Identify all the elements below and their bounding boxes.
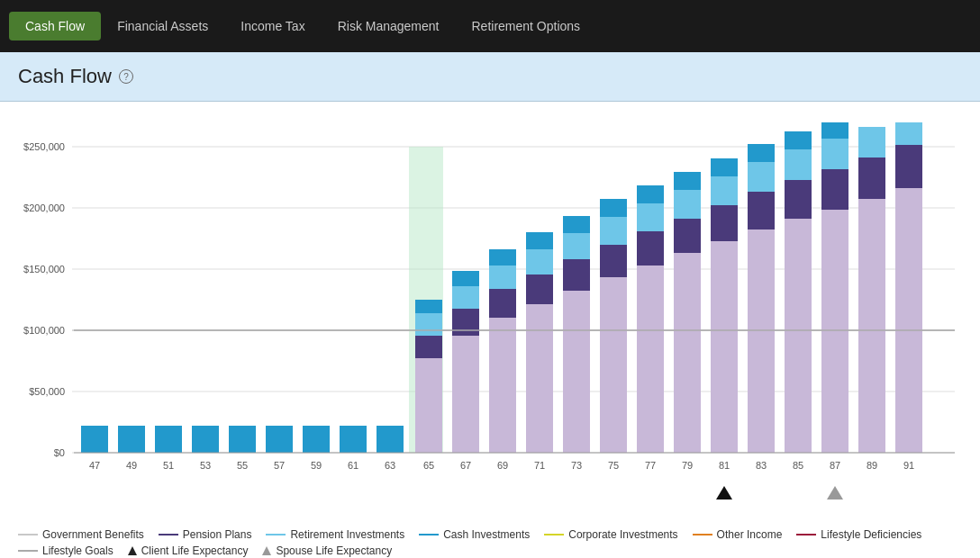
svg-rect-20 [340,426,367,453]
svg-rect-70 [858,199,885,453]
legend-color-spouse-life-expectancy [262,546,271,555]
svg-text:55: 55 [237,460,248,471]
legend-lifestyle-deficiencies: Lifestyle Deficiencies [796,528,921,541]
legend-spouse-life-expectancy: Spouse Life Expectancy [262,544,392,557]
legend-other-income: Other Income [693,528,783,541]
svg-rect-46 [637,266,664,453]
legend-color-other-income [693,534,712,536]
svg-rect-41 [563,216,590,233]
svg-text:$150,000: $150,000 [23,264,65,274]
svg-rect-73 [895,188,922,453]
svg-text:$250,000: $250,000 [23,141,65,152]
svg-rect-36 [526,249,553,274]
svg-rect-40 [563,233,590,259]
svg-text:57: 57 [274,460,285,471]
svg-text:$100,000: $100,000 [23,325,65,336]
svg-text:85: 85 [793,460,803,471]
svg-text:59: 59 [311,460,322,471]
svg-rect-29 [452,271,479,286]
svg-rect-53 [674,172,701,190]
legend-color-corporate-investments [544,534,564,536]
svg-rect-57 [711,158,738,176]
legend-label-client-life-expectancy: Client Life Expectancy [141,544,249,557]
svg-marker-101 [827,486,843,500]
svg-text:81: 81 [719,460,730,471]
svg-rect-59 [748,192,775,230]
svg-rect-58 [748,230,775,453]
legend-color-pension-plans [159,534,178,536]
svg-rect-17 [229,426,256,453]
svg-text:83: 83 [756,460,767,471]
svg-rect-24 [415,313,442,336]
page-header: Cash Flow ? [0,52,980,102]
svg-rect-38 [563,291,590,453]
svg-rect-71 [858,158,885,199]
svg-text:75: 75 [608,460,619,471]
svg-rect-68 [821,139,848,169]
svg-text:49: 49 [126,460,137,471]
legend-label-lifestyle-deficiencies: Lifestyle Deficiencies [821,528,921,541]
legend-client-life-expectancy: Client Life Expectancy [128,544,249,557]
legend: Government Benefits Pension Plans Retire… [0,519,980,557]
svg-rect-60 [748,162,775,192]
svg-rect-16 [192,426,219,453]
svg-rect-64 [785,149,812,180]
svg-rect-27 [452,309,479,336]
legend-label-lifestyle-goals: Lifestyle Goals [42,544,113,557]
svg-text:89: 89 [867,460,877,471]
chart-container: $250,000 $200,000 $150,000 $100,000 $50,… [0,102,980,519]
svg-rect-31 [489,289,516,318]
svg-rect-54 [711,241,738,453]
legend-color-lifestyle-goals [18,550,38,552]
svg-text:47: 47 [89,460,100,471]
svg-rect-37 [526,232,553,249]
legend-label-government-benefits: Government Benefits [42,528,144,541]
legend-color-lifestyle-deficiencies [796,534,816,536]
cash-flow-chart: $250,000 $200,000 $150,000 $100,000 $50,… [18,120,962,507]
svg-rect-72 [858,127,885,158]
svg-text:79: 79 [682,460,693,471]
svg-text:67: 67 [460,460,471,471]
svg-rect-62 [785,219,812,453]
legend-cash-investments: Cash Investments [419,528,530,541]
legend-lifestyle-goals: Lifestyle Goals [18,544,113,557]
svg-rect-75 [895,122,922,145]
svg-rect-69 [821,122,848,139]
svg-text:91: 91 [903,460,914,471]
legend-pension-plans: Pension Plans [159,528,252,541]
nav-risk-management[interactable]: Risk Management [322,12,456,40]
svg-rect-56 [711,176,738,205]
legend-label-pension-plans: Pension Plans [183,528,252,541]
svg-rect-32 [489,266,516,289]
svg-rect-18 [266,426,293,453]
legend-government-benefits: Government Benefits [18,528,144,541]
nav-income-tax[interactable]: Income Tax [224,12,321,40]
svg-text:65: 65 [423,460,434,471]
nav-financial-assets[interactable]: Financial Assets [101,12,224,40]
svg-text:61: 61 [348,460,358,471]
svg-rect-51 [674,219,701,253]
nav-retirement-options[interactable]: Retirement Options [455,12,596,40]
svg-rect-42 [600,277,627,453]
legend-retirement-investments: Retirement Investments [266,528,404,541]
nav-cash-flow[interactable]: Cash Flow [9,12,101,40]
svg-rect-63 [785,180,812,219]
svg-rect-33 [489,249,516,266]
svg-rect-48 [637,203,664,231]
legend-color-government-benefits [18,534,38,536]
svg-rect-67 [821,169,848,210]
legend-label-other-income: Other Income [717,528,783,541]
svg-rect-34 [526,304,553,453]
svg-rect-15 [155,426,182,453]
svg-rect-14 [118,426,145,453]
svg-rect-49 [637,185,664,203]
svg-rect-30 [489,318,516,453]
svg-rect-26 [452,336,479,453]
svg-rect-50 [674,253,701,453]
svg-rect-66 [821,210,848,453]
info-icon[interactable]: ? [119,69,133,84]
legend-label-spouse-life-expectancy: Spouse Life Expectancy [276,544,392,557]
legend-color-client-life-expectancy [128,546,137,555]
navbar: Cash Flow Financial Assets Income Tax Ri… [0,0,980,52]
legend-color-retirement-investments [266,534,286,536]
